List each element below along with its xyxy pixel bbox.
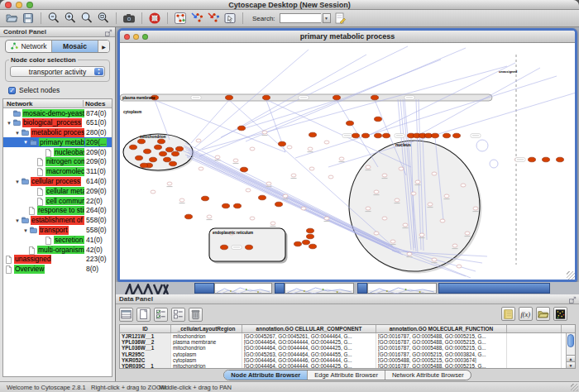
- scrollbar-thumb[interactable]: [567, 334, 574, 347]
- white-node[interactable]: [324, 217, 329, 220]
- white-node[interactable]: [207, 215, 212, 218]
- save-icon[interactable]: [21, 11, 36, 26]
- net-zoom-button[interactable]: [142, 34, 148, 40]
- disclosure-triangle-icon[interactable]: ▼: [23, 139, 28, 146]
- white-node[interactable]: [473, 207, 478, 210]
- orange-node[interactable]: [160, 151, 167, 156]
- attribute-editor-icon[interactable]: [333, 11, 347, 26]
- white-node[interactable]: [465, 232, 470, 235]
- orange-node[interactable]: [352, 133, 360, 138]
- tab-overflow-arrow[interactable]: ▶: [98, 41, 109, 52]
- white-node[interactable]: [270, 222, 275, 225]
- orange-node[interactable]: [141, 163, 148, 168]
- white-node[interactable]: [308, 147, 313, 151]
- orange-node[interactable]: [138, 139, 146, 144]
- table-row[interactable]: YLR295Ccytoplasm[GO:0045263, GO:0044464,…: [120, 351, 575, 357]
- tree-row[interactable]: ▼cellular process614(0): [3, 177, 112, 187]
- table-scrollbar[interactable]: ▲▼: [566, 333, 575, 368]
- orange-node[interactable]: [425, 133, 433, 138]
- white-node[interactable]: [366, 207, 371, 210]
- disclosure-triangle-icon[interactable]: ▼: [15, 130, 20, 136]
- float-panel-icon[interactable]: [105, 29, 112, 36]
- white-node[interactable]: [440, 219, 445, 222]
- disclosure-triangle-icon[interactable]: ▼: [15, 179, 20, 185]
- orange-node[interactable]: [221, 245, 228, 250]
- search-dropdown-icon[interactable]: ▼: [323, 13, 331, 23]
- white-node[interactable]: [432, 258, 437, 261]
- column-header[interactable]: [507, 325, 562, 332]
- orange-node[interactable]: [309, 244, 317, 249]
- open-file-icon[interactable]: [4, 11, 19, 26]
- orange-node[interactable]: [443, 133, 451, 138]
- white-node[interactable]: [291, 174, 296, 177]
- new-attribute-icon[interactable]: [136, 308, 151, 322]
- orange-node[interactable]: [172, 151, 179, 156]
- orange-node[interactable]: [155, 145, 162, 150]
- tree-row[interactable]: unassigned223(0): [3, 255, 112, 265]
- tree-row[interactable]: nitrogen compo209(0): [3, 157, 112, 167]
- tree-row[interactable]: multi-organism pro42(0): [3, 245, 112, 255]
- white-node[interactable]: [287, 146, 292, 149]
- orange-node[interactable]: [223, 203, 230, 208]
- white-node[interactable]: [233, 159, 238, 162]
- network-canvas[interactable]: plasma membranecytoplasmmitochondrionnuc…: [120, 43, 575, 280]
- orange-node[interactable]: [170, 161, 177, 166]
- white-node[interactable]: [339, 157, 344, 160]
- attribute-table-icon[interactable]: [119, 308, 133, 322]
- tab-network[interactable]: Network: [6, 41, 52, 52]
- white-node[interactable]: [452, 244, 457, 247]
- background-window-titlebar-fragment[interactable]: [194, 283, 214, 294]
- white-node[interactable]: [432, 172, 437, 175]
- white-node[interactable]: [262, 131, 267, 134]
- snapshot-camera-icon[interactable]: [122, 11, 136, 26]
- network-overview-icon[interactable]: [173, 11, 188, 26]
- float-panel-icon[interactable]: [569, 296, 577, 303]
- orange-node[interactable]: [383, 133, 390, 138]
- node-color-dropdown[interactable]: transporter activity ▲▼: [10, 66, 105, 77]
- orange-node[interactable]: [246, 245, 253, 250]
- orange-node[interactable]: [333, 95, 341, 100]
- white-node[interactable]: [444, 194, 449, 198]
- tree-row[interactable]: ▼metabolic process280(0): [3, 128, 112, 138]
- function-builder-icon[interactable]: f(x): [519, 307, 533, 321]
- tree-row[interactable]: ▼biological_process651(0): [3, 118, 112, 128]
- orange-node[interactable]: [226, 95, 233, 100]
- tab-edge-attribute-browser[interactable]: Edge Attribute Browser: [308, 370, 385, 380]
- column-header[interactable]: annotation.GO CELLULAR_COMPONENT: [242, 325, 376, 332]
- orange-node[interactable]: [164, 157, 171, 162]
- white-node[interactable]: [151, 190, 156, 194]
- zoom-in-icon[interactable]: [63, 11, 78, 26]
- background-window-titlebar-fragment[interactable]: [275, 283, 285, 294]
- table-row[interactable]: YJR121W__1mitochondrion[GO:0045267, GO:0…: [120, 333, 575, 339]
- white-node[interactable]: [215, 155, 220, 159]
- zoom-fit-icon[interactable]: [96, 11, 111, 26]
- orange-node[interactable]: [259, 195, 266, 200]
- background-window-fragment[interactable]: [285, 283, 354, 294]
- white-node[interactable]: [415, 180, 420, 184]
- search-input[interactable]: [280, 13, 321, 23]
- orange-node[interactable]: [185, 214, 193, 219]
- tree-row[interactable]: cell communicat22(0): [3, 196, 112, 206]
- disclosure-triangle-icon[interactable]: ▼: [23, 227, 28, 234]
- tab-network-attribute-browser[interactable]: Network Attribute Browser: [385, 370, 471, 380]
- white-node[interactable]: [382, 174, 387, 177]
- matrix-icon[interactable]: [553, 307, 567, 321]
- orange-node[interactable]: [241, 167, 248, 172]
- tree-row[interactable]: ▼transport558(0): [3, 226, 112, 236]
- selection-box-icon[interactable]: [223, 11, 237, 26]
- white-node[interactable]: [167, 182, 172, 185]
- notes-icon[interactable]: [501, 307, 515, 321]
- white-node[interactable]: [382, 217, 387, 220]
- orange-node[interactable]: [309, 132, 317, 137]
- orange-node[interactable]: [294, 241, 302, 246]
- white-node[interactable]: [266, 182, 271, 185]
- white-node[interactable]: [390, 240, 395, 243]
- white-node[interactable]: [407, 252, 412, 256]
- orange-node[interactable]: [375, 133, 382, 138]
- white-node[interactable]: [250, 147, 255, 151]
- white-node[interactable]: [403, 223, 408, 227]
- disclosure-triangle-icon[interactable]: ▼: [15, 218, 20, 224]
- white-node[interactable]: [324, 141, 329, 144]
- dropdown-stepper-icon[interactable]: ▲▼: [94, 68, 103, 75]
- orange-node[interactable]: [130, 145, 137, 150]
